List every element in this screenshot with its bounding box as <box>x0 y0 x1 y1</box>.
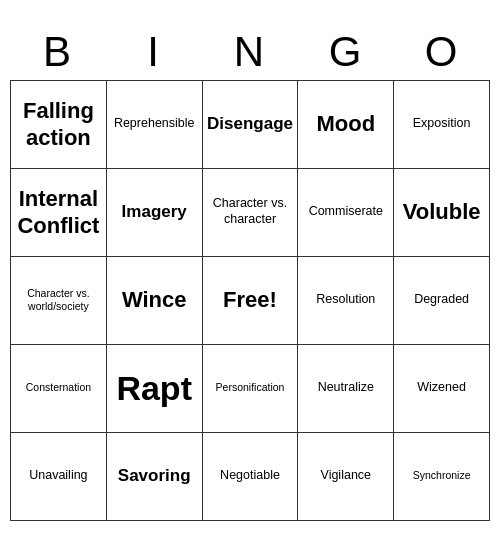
cell-r4-c0: Unavailing <box>11 433 107 521</box>
cell-r2-c1: Wince <box>107 257 203 345</box>
cell-r0-c0: Falling action <box>11 81 107 169</box>
cell-r0-c2: Disengage <box>203 81 299 169</box>
header-g: G <box>298 24 394 80</box>
cell-r3-c0: Consternation <box>11 345 107 433</box>
cell-r1-c0: Internal Conflict <box>11 169 107 257</box>
cell-r3-c4: Wizened <box>394 345 490 433</box>
cell-r4-c3: Vigilance <box>298 433 394 521</box>
cell-r2-c0: Character vs. world/society <box>11 257 107 345</box>
cell-r1-c4: Voluble <box>394 169 490 257</box>
cell-r0-c4: Exposition <box>394 81 490 169</box>
cell-r2-c3: Resolution <box>298 257 394 345</box>
cell-r3-c1: Rapt <box>107 345 203 433</box>
header-o: O <box>394 24 490 80</box>
cell-r4-c4: Synchronize <box>394 433 490 521</box>
header-b: B <box>10 24 106 80</box>
header-i: I <box>106 24 202 80</box>
cell-r0-c1: Reprehensible <box>107 81 203 169</box>
cell-r2-c2: Free! <box>203 257 299 345</box>
header-n: N <box>202 24 298 80</box>
bingo-grid: Falling actionReprehensibleDisengageMood… <box>10 80 490 521</box>
bingo-header: B I N G O <box>10 24 490 80</box>
cell-r1-c3: Commiserate <box>298 169 394 257</box>
cell-r2-c4: Degraded <box>394 257 490 345</box>
bingo-card: B I N G O Falling actionReprehensibleDis… <box>10 24 490 521</box>
cell-r4-c2: Negotiable <box>203 433 299 521</box>
cell-r1-c1: Imagery <box>107 169 203 257</box>
cell-r3-c3: Neutralize <box>298 345 394 433</box>
cell-r0-c3: Mood <box>298 81 394 169</box>
cell-r4-c1: Savoring <box>107 433 203 521</box>
cell-r1-c2: Character vs. character <box>203 169 299 257</box>
cell-r3-c2: Personification <box>203 345 299 433</box>
